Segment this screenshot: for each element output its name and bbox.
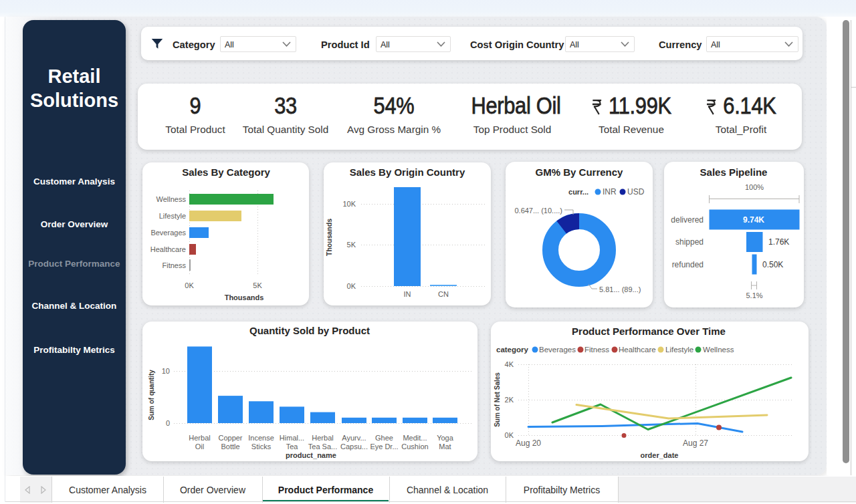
svg-text:Aug 27: Aug 27: [683, 438, 708, 448]
svg-text:Eye Dr...: Eye Dr...: [370, 443, 398, 451]
svg-text:Sum of quantity: Sum of quantity: [148, 370, 155, 420]
svg-text:Wellness: Wellness: [156, 195, 187, 203]
svg-text:Product Performance Over Time: Product Performance Over Time: [572, 326, 726, 337]
svg-text:order_date: order_date: [641, 451, 679, 459]
svg-text:Tea: Tea: [286, 443, 299, 451]
svg-text:Aug 20: Aug 20: [516, 438, 541, 448]
svg-text:Yoga: Yoga: [437, 434, 454, 442]
svg-text:product_name: product_name: [286, 451, 336, 459]
svg-text:0.647... (10....): 0.647... (10....): [514, 207, 562, 215]
svg-text:GM% By Currency: GM% By Currency: [536, 166, 624, 178]
svg-text:Herbal: Herbal: [312, 434, 333, 442]
svg-text:IN: IN: [404, 290, 411, 298]
svg-text:Sales By Origin Country: Sales By Origin Country: [350, 166, 465, 178]
svg-text:category: category: [496, 346, 529, 354]
svg-text:Lifestyle: Lifestyle: [665, 346, 693, 354]
svg-text:delivered: delivered: [671, 215, 704, 225]
svg-text:Healthcare: Healthcare: [150, 245, 186, 253]
svg-text:Sticks: Sticks: [251, 443, 272, 451]
svg-text:Incense: Incense: [248, 434, 274, 442]
svg-text:Beverages: Beverages: [539, 346, 576, 354]
svg-text:Lifestyle: Lifestyle: [159, 212, 186, 220]
svg-text:Sales By Category: Sales By Category: [182, 166, 270, 178]
svg-text:9.74K: 9.74K: [743, 215, 764, 225]
svg-text:5K: 5K: [347, 241, 356, 249]
svg-text:INR: INR: [603, 187, 617, 197]
svg-text:5.81... (89...): 5.81... (89...): [599, 285, 641, 293]
svg-text:Ghee: Ghee: [375, 434, 393, 442]
svg-text:100%: 100%: [745, 183, 764, 191]
svg-text:USD: USD: [627, 187, 645, 197]
svg-text:0K: 0K: [505, 431, 514, 439]
svg-text:2K: 2K: [505, 396, 514, 404]
svg-text:Mat: Mat: [439, 443, 451, 451]
svg-text:10K: 10K: [342, 200, 356, 208]
svg-text:0.50K: 0.50K: [762, 260, 783, 269]
svg-text:Himal...: Himal...: [280, 434, 304, 442]
svg-text:refunded: refunded: [672, 260, 704, 269]
svg-text:Cushion: Cushion: [401, 443, 428, 451]
svg-text:Thousands: Thousands: [325, 219, 333, 256]
svg-text:Medit...: Medit...: [403, 434, 427, 442]
svg-text:CN: CN: [438, 290, 449, 298]
svg-text:4K: 4K: [505, 360, 514, 368]
svg-text:10: 10: [162, 367, 170, 375]
svg-text:0K: 0K: [185, 281, 194, 289]
svg-text:0K: 0K: [347, 282, 356, 290]
svg-text:Beverages: Beverages: [150, 229, 186, 237]
svg-text:Wellness: Wellness: [703, 346, 734, 354]
svg-text:Healthcare: Healthcare: [619, 346, 656, 354]
svg-text:5.1%: 5.1%: [746, 291, 762, 299]
svg-text:Herbal: Herbal: [189, 434, 210, 442]
svg-text:1.76K: 1.76K: [768, 237, 789, 247]
svg-text:Thousands: Thousands: [225, 293, 264, 301]
svg-text:Sum of Net Sales: Sum of Net Sales: [494, 372, 501, 427]
svg-text:Copper: Copper: [218, 434, 242, 442]
svg-text:Sales Pipeline: Sales Pipeline: [700, 166, 768, 178]
svg-text:Fitness: Fitness: [584, 346, 609, 354]
svg-text:5K: 5K: [253, 281, 262, 289]
svg-text:Ayurv...: Ayurv...: [342, 434, 366, 442]
svg-text:Oil: Oil: [195, 443, 204, 451]
svg-text:Fitness: Fitness: [163, 261, 187, 269]
svg-text:Quantity Sold by Product: Quantity Sold by Product: [249, 325, 370, 336]
svg-text:curr...: curr...: [568, 188, 588, 196]
svg-text:0: 0: [166, 419, 170, 427]
svg-text:shipped: shipped: [675, 237, 704, 247]
svg-text:Tea Sa...: Tea Sa...: [308, 443, 337, 451]
svg-text:Capsu...: Capsu...: [340, 443, 368, 451]
svg-text:Bottle: Bottle: [221, 443, 239, 451]
